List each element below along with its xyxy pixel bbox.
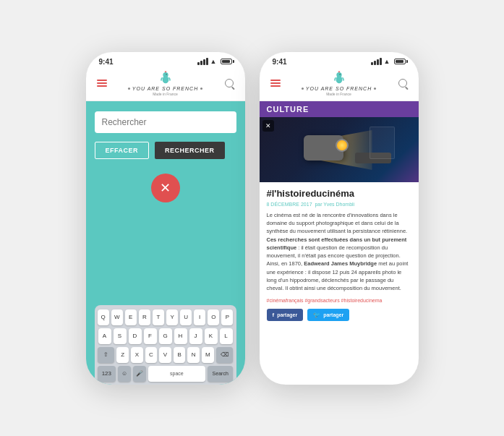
time-2: 9:41 (273, 58, 287, 66)
close-button[interactable]: ✕ (151, 174, 180, 202)
facebook-share-label: partager (277, 312, 297, 317)
search-input[interactable] (95, 111, 236, 133)
key-x[interactable]: X (131, 347, 143, 363)
key-m[interactable]: M (202, 347, 214, 363)
hamburger-menu-button-2[interactable] (268, 76, 283, 90)
keyboard-bottom-row: 123 ☺ 🎤 space Search (98, 366, 234, 382)
key-n[interactable]: N (187, 347, 200, 363)
wifi-icon-2: ▲ (384, 58, 390, 65)
share-buttons: f partager 🐦 partager (267, 309, 411, 327)
time-1: 9:41 (99, 58, 114, 66)
key-i[interactable]: I (194, 309, 205, 325)
svg-point-7 (339, 74, 340, 74)
facebook-share-button[interactable]: f partager (267, 309, 304, 321)
key-o[interactable]: O (208, 309, 219, 325)
status-bar-2: 9:41 ▲ (260, 52, 419, 67)
key-mic[interactable]: 🎤 (133, 366, 146, 382)
twitter-share-label: partager (323, 312, 343, 317)
search-header-icon-2 (398, 79, 407, 87)
keyboard: Q W E R T Y U I O P A S D F G H (95, 305, 236, 385)
signal-2-3 (377, 59, 379, 65)
key-z[interactable]: Z (116, 347, 129, 363)
twitter-icon: 🐦 (313, 312, 320, 318)
phone1-body: EFFACER RECHERCHER ✕ Q W E R T Y U I O P (86, 101, 245, 385)
phone-1: 9:41 ▲ (86, 52, 245, 385)
key-shift[interactable]: ⇧ (98, 347, 115, 363)
keyboard-row-2: A S D F G H J K L (98, 328, 234, 344)
article-body: Le cinéma est né de la rencontre d'innov… (267, 211, 411, 293)
battery-icon-2 (394, 59, 406, 64)
logo-main-1: YOU ARE SO FRENCH (132, 86, 198, 92)
article-text-3: Ainsi, en 1870, (267, 260, 304, 267)
status-icons-2: ▲ (371, 58, 406, 65)
key-a[interactable]: A (98, 328, 111, 344)
header-logo-1: YOU ARE SO FRENCH Made in France (109, 70, 222, 96)
key-d[interactable]: D (129, 328, 142, 344)
twitter-share-button[interactable]: 🐦 partager (307, 309, 349, 321)
keyboard-row-3: ⇧ Z X C V B N M ⌫ (98, 347, 234, 363)
signal-3 (203, 59, 205, 65)
article-author: par Yves Dhombli (315, 202, 354, 207)
article-bold-2: Eadweard James Muybridge (304, 260, 377, 267)
key-q[interactable]: Q (98, 309, 109, 325)
key-w[interactable]: W (111, 309, 123, 325)
svg-point-1 (163, 72, 168, 77)
key-u[interactable]: U (180, 309, 192, 325)
phone-header-1: YOU ARE SO FRENCH Made in France (86, 67, 245, 101)
key-emoji[interactable]: ☺ (118, 366, 131, 382)
key-f[interactable]: F (144, 328, 157, 344)
search-buttons: EFFACER RECHERCHER (95, 142, 236, 159)
close-icon-2: ✕ (265, 122, 271, 129)
clear-button[interactable]: EFFACER (95, 142, 150, 159)
close-icon: ✕ (160, 180, 171, 196)
rechercher-button[interactable]: RECHERCHER (155, 142, 225, 159)
key-y[interactable]: Y (166, 309, 178, 325)
key-g[interactable]: G (159, 328, 172, 344)
projector-visual (260, 117, 419, 182)
key-r[interactable]: R (139, 309, 150, 325)
article-para-1: Le cinéma est né de la rencontre d'innov… (267, 211, 411, 236)
logo-subtitle-2: Made in France (326, 92, 351, 96)
search-header-button-2[interactable] (396, 76, 410, 90)
key-space[interactable]: space (148, 366, 205, 382)
key-h[interactable]: H (174, 328, 187, 344)
article-meta: 8 DÉCEMBRE 2017 par Yves Dhombli (267, 202, 411, 207)
key-v[interactable]: V (159, 347, 171, 363)
hamburger-menu-button[interactable] (95, 76, 109, 90)
key-numbers[interactable]: 123 (98, 366, 116, 382)
key-l[interactable]: L (220, 328, 233, 344)
key-t[interactable]: T (153, 309, 164, 325)
phone-header-2: YOU ARE SO FRENCH Made in France (260, 67, 419, 101)
key-delete[interactable]: ⌫ (216, 347, 234, 363)
signal-2-2 (374, 61, 376, 65)
logo-bird-icon (158, 70, 174, 86)
key-c[interactable]: C (145, 347, 158, 363)
article-content: #l'histoireducinéma 8 DÉCEMBRE 2017 par … (260, 182, 419, 385)
keyboard-row-1: Q W E R T Y U I O P (98, 309, 234, 325)
wifi-icon: ▲ (210, 58, 217, 65)
battery-icon (221, 59, 232, 64)
status-bar-1: 9:41 ▲ (86, 52, 245, 67)
culture-banner: CULTURE (260, 101, 419, 117)
logo-subtitle-1: Made in France (153, 92, 178, 96)
svg-point-3 (166, 74, 166, 74)
search-header-button[interactable] (222, 76, 236, 90)
hamburger-icon (97, 80, 107, 87)
key-b[interactable]: B (174, 347, 186, 363)
signal-2 (200, 61, 202, 65)
key-e[interactable]: E (125, 309, 137, 325)
phone2-body: CULTURE ✕ #l'histoireducinéma 8 DÉCEMB (260, 101, 419, 385)
key-search-action[interactable]: Search (208, 366, 234, 382)
key-j[interactable]: J (189, 328, 202, 344)
phone-2: 9:41 ▲ (260, 52, 419, 385)
key-k[interactable]: K (205, 328, 218, 344)
signal-1 (197, 62, 200, 65)
image-close-button[interactable]: ✕ (262, 120, 274, 132)
signal-4 (206, 58, 208, 65)
facebook-icon: f (273, 312, 275, 318)
key-s[interactable]: S (114, 328, 127, 344)
article-para-2: Ces recherches sont effectuées dans un b… (267, 236, 411, 260)
key-p[interactable]: P (221, 309, 233, 325)
signal-2-1 (371, 62, 373, 65)
article-date: 8 DÉCEMBRE 2017 (267, 202, 312, 207)
